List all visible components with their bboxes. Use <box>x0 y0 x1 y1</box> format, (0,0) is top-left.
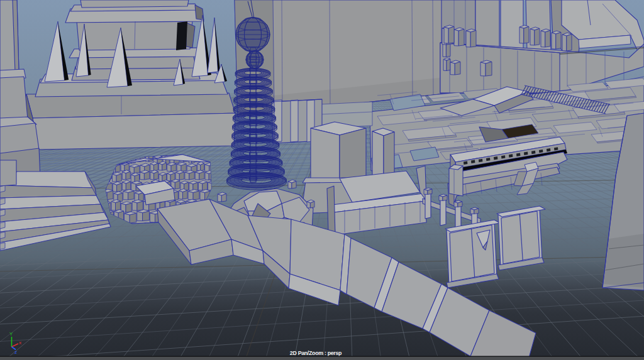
svg-text:2D Pan/Zoom : persp: 2D Pan/Zoom : persp <box>290 350 342 356</box>
svg-text:Y: Y <box>9 331 13 337</box>
svg-text:x: x <box>19 340 21 346</box>
svg-text:z: z <box>14 349 17 355</box>
